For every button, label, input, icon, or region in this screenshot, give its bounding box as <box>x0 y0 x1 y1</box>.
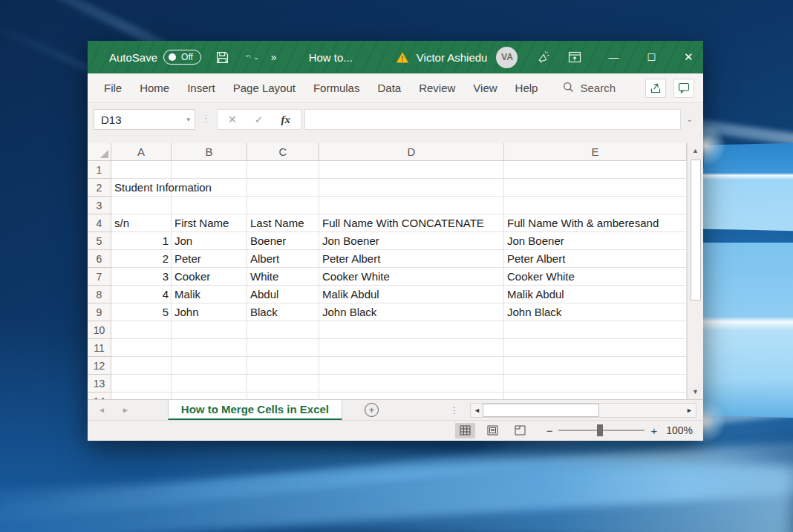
cell[interactable] <box>319 321 504 339</box>
horizontal-scrollbar[interactable]: ◄ ► <box>470 403 696 418</box>
cell[interactable] <box>504 393 687 399</box>
name-box[interactable]: D13 ▾ <box>94 109 195 130</box>
cell[interactable]: Student Information <box>111 179 172 197</box>
cell[interactable] <box>247 339 319 357</box>
cell[interactable]: 1 <box>111 232 172 250</box>
tab-insert[interactable]: Insert <box>187 82 215 94</box>
cell[interactable]: 5 <box>111 303 172 321</box>
cell[interactable]: Malik <box>172 286 247 303</box>
cell[interactable]: Peter <box>172 250 247 268</box>
cell[interactable] <box>247 321 319 339</box>
cell[interactable]: 2 <box>111 250 172 268</box>
autosave-toggle[interactable]: Off <box>163 50 201 65</box>
tab-data[interactable]: Data <box>377 82 401 94</box>
next-sheet-icon[interactable]: ► <box>122 406 129 414</box>
document-title[interactable]: How to... <box>309 51 353 64</box>
search-box[interactable]: Search <box>563 82 616 95</box>
cell[interactable] <box>247 197 319 214</box>
warning-icon[interactable] <box>396 50 409 64</box>
cell[interactable] <box>111 393 172 399</box>
column-header[interactable]: C <box>247 143 319 161</box>
cell[interactable]: Cooker <box>172 268 247 286</box>
scroll-down-icon[interactable]: ▼ <box>688 384 703 399</box>
cell[interactable]: Full Name With & amberesand <box>504 214 687 232</box>
tab-view[interactable]: View <box>473 82 497 94</box>
cancel-icon[interactable]: ✕ <box>228 114 237 125</box>
cell[interactable]: Peter Albert <box>319 250 504 268</box>
cell[interactable]: Jon Boener <box>504 232 687 250</box>
tab-page-layout[interactable]: Page Layout <box>233 82 296 94</box>
cell[interactable]: White <box>247 268 319 286</box>
close-button[interactable]: ✕ <box>684 50 694 64</box>
cell[interactable] <box>172 375 247 393</box>
enter-icon[interactable]: ✓ <box>255 114 264 125</box>
vertical-scrollbar-thumb[interactable] <box>691 160 701 301</box>
undo-icon[interactable]: ⌄ <box>246 50 259 64</box>
scroll-left-icon[interactable]: ◄ <box>471 404 483 417</box>
scroll-up-icon[interactable]: ▲ <box>688 143 703 158</box>
row-header[interactable]: 11 <box>88 339 111 357</box>
cell[interactable] <box>319 357 504 375</box>
row-header[interactable]: 6 <box>88 250 111 268</box>
column-header[interactable]: D <box>319 143 504 161</box>
row-header[interactable]: 7 <box>88 268 111 286</box>
share-button[interactable] <box>645 79 666 98</box>
save-icon[interactable] <box>216 50 229 64</box>
cell[interactable] <box>111 321 172 339</box>
zoom-level-label[interactable]: 100% <box>666 424 693 436</box>
column-header[interactable]: E <box>504 143 687 161</box>
cell[interactable] <box>319 393 504 399</box>
select-all-corner[interactable] <box>88 143 111 161</box>
cell[interactable] <box>247 161 319 179</box>
zoom-out-button[interactable]: − <box>546 424 553 437</box>
cell[interactable]: Cooker White <box>504 268 687 286</box>
prev-sheet-icon[interactable]: ◄ <box>98 406 105 414</box>
cell[interactable]: John <box>172 303 247 321</box>
cell[interactable] <box>319 339 504 357</box>
cell[interactable]: Last Name <box>247 214 319 232</box>
cell[interactable] <box>247 375 319 393</box>
cell[interactable] <box>111 197 172 214</box>
cell[interactable] <box>111 375 172 393</box>
cell[interactable]: John Black <box>504 303 687 321</box>
cell[interactable]: Full Name With CONCATENATE <box>319 214 504 232</box>
cell[interactable]: Jon Boener <box>319 232 504 250</box>
cell[interactable] <box>319 197 504 214</box>
sheet-tab-active[interactable]: How to Merge Cells in Excel <box>168 400 342 420</box>
expand-formula-bar-icon[interactable]: ⌄ <box>687 115 693 123</box>
cell[interactable]: Peter Albert <box>504 250 687 268</box>
cell[interactable] <box>247 179 319 197</box>
megaphone-icon[interactable] <box>537 50 550 64</box>
row-header[interactable]: 1 <box>88 161 111 179</box>
page-layout-view-button[interactable] <box>483 423 503 439</box>
tab-file[interactable]: File <box>104 82 122 94</box>
cell[interactable] <box>111 161 172 179</box>
row-header[interactable]: 12 <box>88 357 111 375</box>
cell[interactable] <box>319 161 504 179</box>
horizontal-scrollbar-thumb[interactable] <box>483 404 599 417</box>
normal-view-button[interactable] <box>455 423 475 439</box>
more-commands-icon[interactable]: » <box>271 51 278 63</box>
cell[interactable] <box>172 321 247 339</box>
zoom-slider-thumb[interactable] <box>597 424 603 436</box>
cell[interactable] <box>504 197 687 214</box>
row-header[interactable]: 13 <box>88 375 111 393</box>
column-header[interactable]: A <box>111 143 172 161</box>
row-header[interactable]: 5 <box>88 232 111 250</box>
row-header[interactable]: 8 <box>88 286 111 303</box>
cell[interactable] <box>111 339 172 357</box>
cell[interactable] <box>504 375 687 393</box>
tab-help[interactable]: Help <box>515 82 538 94</box>
tab-review[interactable]: Review <box>419 82 455 94</box>
cell[interactable] <box>504 179 687 197</box>
ribbon-display-options-icon[interactable] <box>568 50 581 64</box>
row-header[interactable]: 4 <box>88 214 111 232</box>
undo-dropdown-caret[interactable]: ⌄ <box>253 53 259 61</box>
name-box-caret-icon[interactable]: ▾ <box>186 116 190 123</box>
cell[interactable] <box>172 357 247 375</box>
cell[interactable] <box>172 161 247 179</box>
scroll-right-icon[interactable]: ► <box>683 404 696 417</box>
row-header[interactable]: 14 <box>88 393 111 399</box>
tab-formulas[interactable]: Formulas <box>313 82 360 94</box>
row-header[interactable]: 2 <box>88 179 111 197</box>
